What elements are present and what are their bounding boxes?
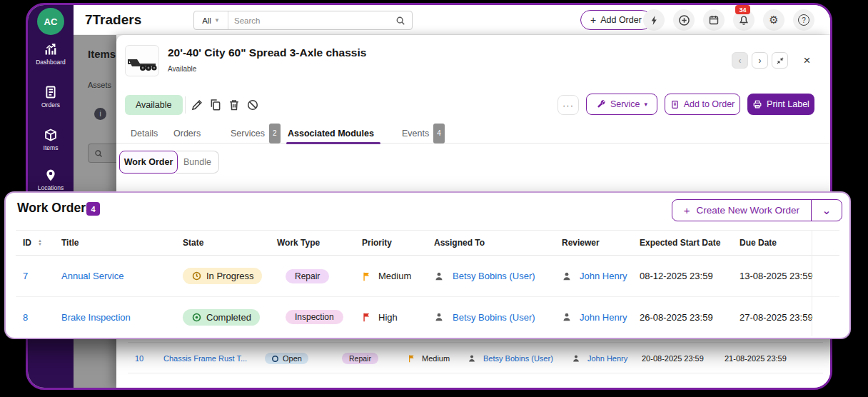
- printer-icon: [752, 99, 762, 109]
- delete-button[interactable]: [228, 99, 241, 111]
- bell-icon: [738, 14, 750, 26]
- create-work-order-dropdown[interactable]: ⌄: [812, 200, 842, 221]
- due-date: 13-08-2025 23:59: [740, 256, 813, 296]
- state-cell: Completed: [183, 297, 260, 337]
- chevron-down-icon: ⌄: [822, 203, 831, 217]
- reviewer-link[interactable]: John Henry: [580, 297, 627, 337]
- work-order-id-link[interactable]: 8: [23, 297, 28, 337]
- wrench-icon: [596, 99, 606, 109]
- sidebar-item-label: Dashboard: [28, 59, 74, 66]
- state-cell: In Progress: [183, 256, 262, 296]
- sidebar-item-label: Items: [28, 144, 74, 151]
- screenshot-root: AC Dashboard Orders Items: [0, 0, 868, 397]
- create-work-order-button[interactable]: + Create New Work Order: [672, 200, 812, 221]
- add-to-order-button[interactable]: Add to Order: [665, 94, 740, 115]
- priority-label: Medium: [422, 343, 450, 374]
- open-circle-icon: [271, 355, 279, 363]
- table-row[interactable]: 8 Brake Inspection Completed Inspection …: [16, 296, 839, 337]
- work-order-title-link[interactable]: Annual Service: [61, 256, 123, 296]
- service-button[interactable]: Service ▾: [586, 94, 657, 115]
- person-icon: [572, 343, 580, 374]
- tab-count-badge: 4: [433, 124, 445, 144]
- more-actions-button[interactable]: ···: [557, 95, 579, 115]
- help-icon: ?: [798, 14, 809, 26]
- in-progress-clock-icon: [191, 271, 202, 281]
- user-avatar[interactable]: AC: [37, 8, 64, 35]
- add-order-label: Add Order: [600, 15, 642, 25]
- column-header-state: State: [183, 231, 203, 255]
- sidebar-item-dashboard[interactable]: Dashboard: [28, 42, 74, 66]
- divider: [185, 96, 186, 114]
- search-scope-dropdown[interactable]: All ▼: [194, 11, 228, 29]
- column-header-reviewer: Reviewer: [562, 231, 600, 255]
- column-header-assigned-to: Assigned To: [434, 231, 485, 255]
- person-icon: [562, 297, 572, 337]
- service-label: Service: [610, 99, 640, 109]
- sidebar-item-locations[interactable]: Locations: [28, 168, 74, 191]
- background-page-title: Items: [88, 48, 116, 60]
- edit-button[interactable]: [191, 99, 203, 111]
- create-work-order-split-button: + Create New Work Order ⌄: [672, 199, 842, 221]
- table-row[interactable]: 7 Annual Service In Progress Repair Medi…: [16, 256, 839, 296]
- calendar-icon: [708, 14, 720, 26]
- sort-control[interactable]: ▲▼: [38, 231, 42, 255]
- toggle-work-order[interactable]: Work Order: [119, 151, 178, 174]
- tab-associated-modules[interactable]: Associated Modules: [288, 124, 374, 144]
- print-label-button[interactable]: Print Label: [747, 94, 814, 115]
- work-order-title-link[interactable]: Chassis Frame Rust T...: [163, 343, 247, 374]
- column-header-work-type: Work Type: [277, 231, 320, 255]
- create-work-order-label: Create New Work Order: [696, 205, 799, 216]
- location-pin-icon: [44, 168, 58, 182]
- work-order-id-link[interactable]: 7: [23, 256, 28, 296]
- reviewer-link[interactable]: John Henry: [587, 343, 627, 374]
- quick-actions-button[interactable]: [643, 9, 665, 31]
- tab-details[interactable]: Details: [131, 124, 158, 144]
- sidebar-item-items[interactable]: Items: [28, 128, 74, 151]
- topbar: 7Traders All ▼ + Add Order: [74, 5, 830, 35]
- duplicate-button[interactable]: [209, 99, 222, 111]
- priority-flag-icon: [408, 343, 416, 374]
- column-header-expected-start: Expected Start Date: [640, 231, 720, 255]
- person-icon: [434, 297, 444, 337]
- create-new-button[interactable]: [673, 9, 695, 31]
- chassis-image: [127, 49, 157, 73]
- add-order-button[interactable]: + Add Order: [580, 10, 652, 30]
- priority-flag-icon: [362, 256, 372, 296]
- table-row[interactable]: 10 Chassis Frame Rust T... Open Repair M…: [128, 342, 823, 373]
- column-header-id: ID: [23, 231, 31, 255]
- tab-events[interactable]: Events 4: [402, 124, 445, 144]
- collapse-panel-button[interactable]: [772, 52, 788, 69]
- tab-label: Services: [231, 124, 265, 143]
- add-to-order-label: Add to Order: [684, 99, 735, 109]
- state-badge: Open: [265, 353, 308, 364]
- sidebar-item-orders[interactable]: Orders: [28, 85, 74, 109]
- due-date: 21-08-2025 23:59: [725, 343, 787, 374]
- next-item-button[interactable]: ›: [752, 52, 768, 69]
- tab-orders[interactable]: Orders: [173, 124, 201, 144]
- person-icon: [434, 256, 444, 296]
- work-order-id-link[interactable]: 10: [135, 343, 143, 374]
- disable-button[interactable]: [246, 99, 259, 111]
- tab-services[interactable]: Services 2: [231, 124, 281, 144]
- settings-button[interactable]: ⚙: [763, 9, 784, 31]
- asset-availability: Available: [168, 65, 196, 73]
- work-order-title-link[interactable]: Brake Inspection: [61, 297, 131, 337]
- state-badge: In Progress: [183, 268, 262, 284]
- search-icon: [395, 16, 405, 26]
- order-doc-icon: [670, 100, 680, 109]
- assigned-to-link[interactable]: Betsy Bobins (User): [483, 343, 553, 374]
- calendar-button[interactable]: [703, 9, 725, 31]
- sidebar-item-label: Locations: [28, 184, 74, 191]
- asset-title: 20'-40' City 60" Spread 3-Axle chassis: [168, 46, 366, 59]
- previous-item-button[interactable]: ‹: [732, 52, 748, 69]
- toggle-bundle[interactable]: Bundle: [176, 151, 219, 174]
- reviewer-link[interactable]: John Henry: [580, 256, 627, 296]
- help-button[interactable]: ?: [793, 9, 814, 31]
- search-input[interactable]: [228, 16, 395, 25]
- tab-label: Associated Modules: [288, 124, 374, 143]
- assigned-to-link[interactable]: Betsy Bobins (User): [453, 256, 535, 296]
- print-label-label: Print Label: [767, 99, 809, 109]
- assigned-to-link[interactable]: Betsy Bobins (User): [453, 297, 535, 337]
- close-panel-button[interactable]: ×: [799, 52, 815, 69]
- active-tab-underline: [286, 142, 380, 144]
